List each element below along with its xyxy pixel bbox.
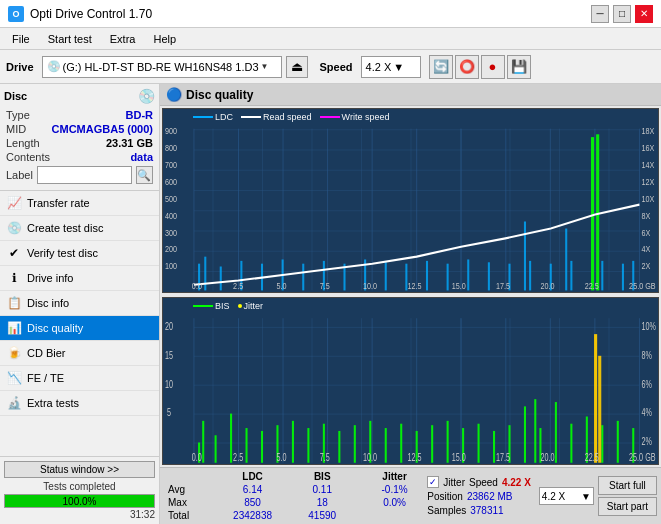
- fe-te-icon: 📉: [6, 371, 22, 385]
- chart1-svg: 900 800 700 600 500 400 300 200 100 18X …: [163, 109, 658, 292]
- svg-text:0.0: 0.0: [192, 280, 202, 291]
- max-label: Max: [164, 496, 213, 509]
- svg-text:100: 100: [165, 260, 177, 271]
- svg-text:500: 500: [165, 193, 177, 204]
- jitter-check-label: Jitter: [443, 477, 465, 488]
- svg-rect-38: [622, 264, 624, 291]
- sidebar-item-create-test-disc[interactable]: 💿 Create test disc: [0, 216, 159, 241]
- app-title: Opti Drive Control 1.70: [30, 7, 152, 21]
- chart2-svg: 20 15 10 5 10% 8% 6% 4% 2% 0.0 2.5 5.0 7…: [163, 298, 658, 464]
- drive-name: (G:) HL-DT-ST BD-RE WH16NS48 1.D3: [63, 61, 259, 73]
- menubar: File Start test Extra Help: [0, 28, 661, 50]
- jitter-checkbox[interactable]: ✓: [427, 476, 439, 488]
- sidebar-item-disc-info[interactable]: 📋 Disc info: [0, 291, 159, 316]
- max-jitter-value: 0.0%: [366, 496, 424, 509]
- menu-help[interactable]: Help: [145, 31, 184, 47]
- svg-rect-33: [565, 229, 567, 291]
- chart1-legend: LDC Read speed Write speed: [193, 112, 389, 122]
- sidebar: Disc 💿 Type BD-R MID CMCMAGBA5 (000) Len…: [0, 84, 160, 524]
- svg-text:12.5: 12.5: [407, 452, 421, 464]
- avg-bis-value: 0.11: [292, 483, 352, 496]
- nav-items: 📈 Transfer rate 💿 Create test disc ✔ Ver…: [0, 191, 159, 416]
- sidebar-item-fe-te[interactable]: 📉 FE / TE: [0, 366, 159, 391]
- charts-area: LDC Read speed Write speed: [160, 106, 661, 524]
- svg-rect-111: [617, 421, 619, 463]
- close-button[interactable]: ✕: [635, 5, 653, 23]
- svg-text:12.5: 12.5: [407, 280, 421, 291]
- elapsed-time: 31:32: [4, 509, 155, 520]
- record-button[interactable]: ●: [481, 55, 505, 79]
- ldc-legend-label: LDC: [215, 112, 233, 122]
- menu-extra[interactable]: Extra: [102, 31, 144, 47]
- sidebar-item-verify-test-disc[interactable]: ✔ Verify test disc: [0, 241, 159, 266]
- app-icon: O: [8, 6, 24, 22]
- sidebar-item-cd-bier[interactable]: 🍺 CD Bier: [0, 341, 159, 366]
- test-speed-dropdown[interactable]: 4.2 X ▼: [539, 487, 594, 505]
- write-speed-legend-color: [320, 116, 340, 118]
- write-speed-legend-label: Write speed: [342, 112, 390, 122]
- svg-rect-110: [601, 425, 603, 463]
- speed-dropdown[interactable]: 4.2 X ▼: [361, 56, 421, 78]
- speed-select-area: 4.2 X ▼: [539, 470, 594, 522]
- label-icon-button[interactable]: 🔍: [136, 166, 153, 184]
- svg-rect-83: [202, 421, 204, 463]
- disc-section-title: Disc: [4, 90, 27, 102]
- create-test-disc-icon: 💿: [6, 221, 22, 235]
- start-full-button[interactable]: Start full: [598, 476, 657, 495]
- label-input[interactable]: [37, 166, 132, 184]
- ldc-header: LDC: [213, 470, 292, 483]
- start-part-button[interactable]: Start part: [598, 497, 657, 516]
- status-window-button[interactable]: Status window >>: [4, 461, 155, 478]
- svg-text:0.0: 0.0: [192, 452, 202, 464]
- svg-text:10.0: 10.0: [363, 280, 377, 291]
- ldc-legend-color: [193, 116, 213, 118]
- sidebar-item-disc-quality[interactable]: 📊 Disc quality: [0, 316, 159, 341]
- svg-rect-107: [555, 402, 557, 463]
- read-speed-legend-label: Read speed: [263, 112, 312, 122]
- svg-text:2.5: 2.5: [233, 452, 243, 464]
- sidebar-item-drive-info[interactable]: ℹ Drive info: [0, 266, 159, 291]
- svg-text:16X: 16X: [642, 142, 655, 153]
- menu-start-test[interactable]: Start test: [40, 31, 100, 47]
- svg-text:4%: 4%: [642, 407, 653, 419]
- drive-select-dropdown[interactable]: 💿 (G:) HL-DT-ST BD-RE WH16NS48 1.D3 ▼: [42, 56, 282, 78]
- sidebar-item-transfer-rate[interactable]: 📈 Transfer rate: [0, 191, 159, 216]
- svg-rect-99: [447, 421, 449, 463]
- extra-tests-label: Extra tests: [27, 397, 79, 409]
- maximize-button[interactable]: □: [613, 5, 631, 23]
- length-label: Length: [6, 137, 40, 149]
- contents-label: Contents: [6, 151, 50, 163]
- svg-rect-101: [478, 424, 480, 463]
- svg-rect-26: [447, 264, 449, 291]
- svg-text:4X: 4X: [642, 243, 651, 254]
- disc-section: Disc 💿 Type BD-R MID CMCMAGBA5 (000) Len…: [0, 84, 159, 191]
- cd-bier-icon: 🍺: [6, 346, 22, 360]
- svg-text:5.0: 5.0: [276, 280, 286, 291]
- eject-button[interactable]: ⏏: [286, 56, 308, 78]
- svg-text:22.5: 22.5: [585, 452, 599, 464]
- svg-text:600: 600: [165, 176, 177, 187]
- svg-rect-27: [467, 259, 469, 290]
- read-speed-legend-item: Read speed: [241, 112, 312, 122]
- circle-button[interactable]: ⭕: [455, 55, 479, 79]
- menu-file[interactable]: File: [4, 31, 38, 47]
- position-label: Position: [427, 491, 463, 502]
- speed-stat-value: 4.22 X: [502, 477, 531, 488]
- svg-rect-92: [338, 431, 340, 463]
- svg-rect-34: [570, 261, 572, 291]
- save-button[interactable]: 💾: [507, 55, 531, 79]
- svg-rect-114: [598, 356, 601, 463]
- disc-quality-icon: 📊: [6, 321, 22, 335]
- svg-rect-85: [230, 413, 232, 462]
- contents-value: data: [130, 151, 153, 163]
- svg-text:18X: 18X: [642, 125, 655, 136]
- refresh-button[interactable]: 🔄: [429, 55, 453, 79]
- chart1-container: LDC Read speed Write speed: [162, 108, 659, 293]
- minimize-button[interactable]: ─: [591, 5, 609, 23]
- svg-rect-31: [529, 261, 531, 291]
- speed-stat-label: Speed: [469, 477, 498, 488]
- svg-text:300: 300: [165, 226, 177, 237]
- svg-rect-25: [426, 261, 428, 291]
- sidebar-item-extra-tests[interactable]: 🔬 Extra tests: [0, 391, 159, 416]
- disc-icon[interactable]: 💿: [138, 88, 155, 104]
